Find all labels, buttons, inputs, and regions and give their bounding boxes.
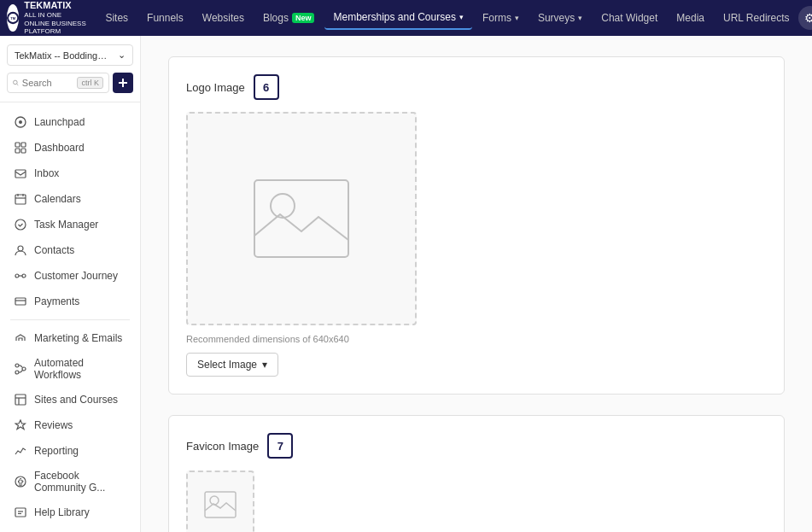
svg-line-4 <box>17 84 18 85</box>
inbox-icon <box>14 167 27 180</box>
logo-select-image-button[interactable]: Select Image ▾ <box>186 353 278 377</box>
launchpad-icon <box>14 115 27 129</box>
sidebar-label-help-library: Help Library <box>34 506 90 518</box>
sidebar-item-contacts[interactable]: Contacts <box>3 237 137 263</box>
sidebar-item-dashboard[interactable]: Dashboard <box>3 135 137 161</box>
sidebar-item-workflows[interactable]: Automated Workflows <box>3 351 137 387</box>
favicon-placeholder-icon <box>203 490 237 519</box>
svg-point-29 <box>15 476 26 487</box>
add-button[interactable] <box>113 73 133 93</box>
logo-rec-text: Recommended dimensions of 640x640 <box>186 334 767 344</box>
logo-select-label: Select Image <box>197 359 257 371</box>
svg-point-36 <box>210 496 219 505</box>
svg-rect-13 <box>15 195 26 204</box>
settings-button[interactable]: ⚙ <box>798 6 812 30</box>
sidebar-label-launchpad: Launchpad <box>34 116 85 128</box>
logo-image-label: Logo Image <box>186 81 245 94</box>
logo-label-row: Logo Image 6 <box>186 74 767 100</box>
reviews-icon <box>14 418 27 432</box>
surveys-chevron: ▾ <box>578 14 582 22</box>
sidebar-item-marketing[interactable]: Marketing & Emails <box>3 325 137 351</box>
sidebar-label-marketing: Marketing & Emails <box>34 332 122 344</box>
favicon-image-section: Favicon Image 7 Recommended dimensions o… <box>168 415 785 532</box>
nav-url-redirects[interactable]: URL Redirects <box>715 7 798 29</box>
svg-rect-10 <box>21 143 26 147</box>
favicon-image-label: Favicon Image <box>186 440 259 453</box>
new-badge: New <box>292 13 315 23</box>
logo-placeholder-icon <box>250 176 353 261</box>
svg-rect-12 <box>21 149 26 153</box>
sidebar-top: TekMatix -- Boddington.... ⌄ ctrl K <box>0 36 140 102</box>
nav-right: ⚙ <box>798 6 812 30</box>
sidebar-label-facebook: Facebook Community G... <box>34 470 126 494</box>
sidebar: TekMatix -- Boddington.... ⌄ ctrl K Laun… <box>0 36 141 532</box>
search-row: ctrl K <box>7 73 133 93</box>
top-nav: TM TEKMATIX ALL IN ONE ONLINE BUSINESS P… <box>0 0 812 36</box>
reporting-icon <box>14 444 27 458</box>
plus-icon <box>118 78 128 88</box>
sidebar-label-dashboard: Dashboard <box>34 142 85 154</box>
search-kbd: ctrl K <box>77 77 103 89</box>
memberships-chevron: ▾ <box>459 13 464 21</box>
svg-point-23 <box>15 364 19 367</box>
sidebar-item-task-manager[interactable]: Task Manager <box>3 212 137 237</box>
workspace-selector[interactable]: TekMatix -- Boddington.... ⌄ <box>7 44 133 66</box>
sidebar-item-help-library[interactable]: Help Library <box>3 500 137 525</box>
workspace-chevron: ⌄ <box>118 50 126 61</box>
nav-forms[interactable]: Forms ▾ <box>474 7 528 29</box>
logo-brand: TEKMATIX <box>24 0 86 11</box>
sidebar-item-calendars[interactable]: Calendars <box>3 186 137 212</box>
facebook-icon <box>14 475 27 488</box>
marketing-icon <box>14 331 27 345</box>
logo-tagline: ALL IN ONE ONLINE BUSINESS PLATFORM <box>24 11 86 36</box>
sidebar-item-payments[interactable]: Payments <box>3 289 137 314</box>
sidebar-label-task-manager: Task Manager <box>34 219 98 231</box>
sidebar-label-inbox: Inbox <box>34 167 59 179</box>
nav-websites[interactable]: Websites <box>194 7 253 29</box>
nav-media[interactable]: Media <box>668 7 713 29</box>
svg-point-17 <box>15 219 26 230</box>
svg-point-34 <box>271 194 295 218</box>
sidebar-item-reviews[interactable]: Reviews <box>3 412 137 438</box>
sidebar-item-facebook[interactable]: Facebook Community G... <box>3 464 137 500</box>
logo-area[interactable]: TM TEKMATIX ALL IN ONE ONLINE BUSINESS P… <box>7 0 86 36</box>
nav-blogs[interactable]: Blogs New <box>254 7 324 29</box>
help-icon <box>14 506 27 519</box>
svg-rect-35 <box>205 492 236 517</box>
forms-chevron: ▾ <box>515 14 519 22</box>
svg-point-3 <box>14 80 18 85</box>
logo-select-chevron: ▾ <box>262 359 267 371</box>
logo-step-badge: 6 <box>254 74 279 100</box>
logo-image-placeholder <box>186 112 417 325</box>
nav-memberships[interactable]: Memberships and Courses ▾ <box>324 6 471 30</box>
dashboard-icon <box>14 141 27 155</box>
sidebar-item-launchpad[interactable]: Launchpad <box>3 109 137 135</box>
nav-sites[interactable]: Sites <box>96 7 137 29</box>
svg-rect-21 <box>15 298 26 305</box>
sidebar-item-reporting[interactable]: Reporting <box>3 438 137 464</box>
search-input-wrap: ctrl K <box>7 73 109 93</box>
search-input[interactable] <box>22 78 74 88</box>
sidebar-item-customer-journey[interactable]: Customer Journey <box>3 263 137 289</box>
sidebar-label-reviews: Reviews <box>34 419 73 431</box>
sidebar-label-payments: Payments <box>34 295 79 307</box>
svg-text:TM: TM <box>10 16 15 20</box>
sites-icon <box>14 393 27 406</box>
svg-rect-30 <box>15 508 26 517</box>
logo-image-section: Logo Image 6 Recommended dimensions of 6… <box>168 56 785 395</box>
nav-chat-widget[interactable]: Chat Widget <box>593 7 666 29</box>
svg-rect-11 <box>15 149 20 153</box>
sidebar-item-inbox[interactable]: Inbox <box>3 161 137 186</box>
svg-rect-26 <box>15 395 26 405</box>
sidebar-label-customer-journey: Customer Journey <box>34 270 118 282</box>
sidebar-item-sites[interactable]: Sites and Courses <box>3 387 137 412</box>
svg-point-19 <box>15 274 19 278</box>
sidebar-label-reporting: Reporting <box>34 445 79 457</box>
nav-funnels[interactable]: Funnels <box>138 7 192 29</box>
favicon-image-placeholder <box>186 471 254 532</box>
svg-point-20 <box>22 274 26 278</box>
nav-surveys[interactable]: Surveys ▾ <box>529 7 591 29</box>
favicon-step-badge: 7 <box>267 433 293 459</box>
main-layout: TekMatix -- Boddington.... ⌄ ctrl K Laun… <box>0 36 812 532</box>
workspace-name: TekMatix -- Boddington.... <box>15 50 108 61</box>
